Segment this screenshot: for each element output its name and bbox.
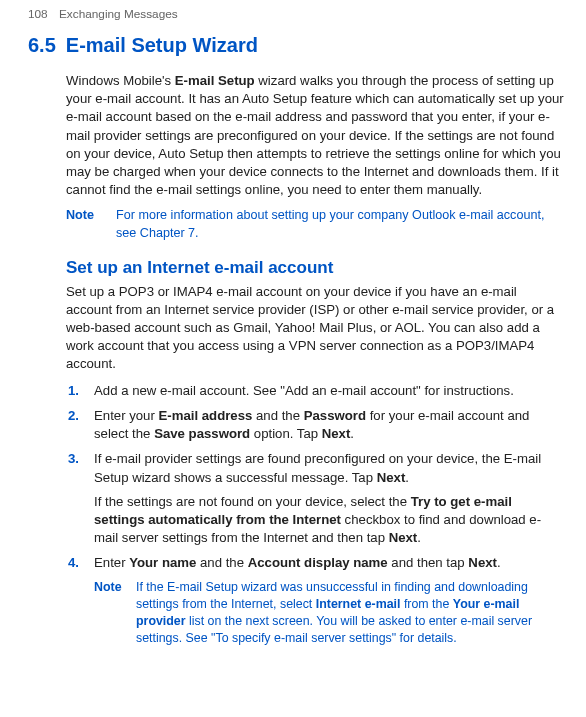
step-4-note-label: Note — [94, 579, 136, 647]
s3-p1b-next: Next — [377, 470, 406, 485]
intro-text-c: wizard walks you through the process of … — [66, 73, 564, 197]
s3-p1c: . — [405, 470, 409, 485]
s2-a: Enter your — [94, 408, 159, 423]
page-header: 108 Exchanging Messages — [28, 6, 566, 22]
s3-p2a: If the settings are not found on your de… — [94, 494, 411, 509]
step-3-p1: If e-mail provider settings are found pr… — [94, 450, 564, 486]
step-2: Enter your E-mail address and the Passwo… — [94, 407, 564, 443]
s3-p2d-next: Next — [389, 530, 418, 545]
step-3: If e-mail provider settings are found pr… — [94, 450, 564, 547]
intro-bold-email-setup: E-mail Setup — [175, 73, 255, 88]
steps-list: Add a new e-mail account. See "Add an e-… — [66, 382, 564, 647]
subheading-setup-internet: Set up an Internet e-mail account — [66, 256, 564, 279]
s2-c: and the — [252, 408, 303, 423]
note-text: For more information about setting up yo… — [116, 207, 564, 242]
s3-p2e: . — [417, 530, 421, 545]
n2-b-internet-email: Internet e-mail — [316, 597, 401, 611]
step-3-p2: If the settings are not found on your de… — [94, 493, 564, 548]
step-4: Enter Your name and the Account display … — [94, 554, 564, 647]
s2-f-save-password: Save password — [154, 426, 250, 441]
n2-e: list on the next screen. You will be ask… — [136, 614, 532, 645]
s2-h-next: Next — [322, 426, 351, 441]
s4-a: Enter — [94, 555, 129, 570]
s2-g: option. Tap — [250, 426, 322, 441]
section-body: Windows Mobile's E-mail Setup wizard wal… — [66, 72, 564, 647]
section-title: E-mail Setup Wizard — [66, 34, 258, 56]
intro-paragraph: Windows Mobile's E-mail Setup wizard wal… — [66, 72, 564, 200]
step-4-text: Enter Your name and the Account display … — [94, 554, 564, 572]
chapter-title: Exchanging Messages — [59, 7, 178, 21]
page-number: 108 — [28, 7, 48, 21]
section-number: 6.5 — [28, 34, 56, 56]
s4-b-your-name: Your name — [129, 555, 196, 570]
note-outlook: Note For more information about setting … — [66, 207, 564, 242]
s4-f-next: Next — [468, 555, 497, 570]
section-heading: 6.5E-mail Setup Wizard — [28, 32, 566, 60]
step-1: Add a new e-mail account. See "Add an e-… — [94, 382, 564, 400]
step-1-text: Add a new e-mail account. See "Add an e-… — [94, 382, 564, 400]
sub-intro-paragraph: Set up a POP3 or IMAP4 e-mail account on… — [66, 283, 564, 374]
s2-b-email-address: E-mail address — [159, 408, 253, 423]
s4-d-account-display-name: Account display name — [248, 555, 388, 570]
step-2-text: Enter your E-mail address and the Passwo… — [94, 407, 564, 443]
step-4-note-text: If the E-mail Setup wizard was unsuccess… — [136, 579, 564, 647]
s2-i: . — [350, 426, 354, 441]
step-4-note: Note If the E-mail Setup wizard was unsu… — [94, 579, 564, 647]
page-root: 108 Exchanging Messages 6.5E-mail Setup … — [0, 0, 586, 664]
s4-c: and the — [196, 555, 247, 570]
s3-p1a: If e-mail provider settings are found pr… — [94, 451, 541, 484]
s2-d-password: Password — [304, 408, 366, 423]
intro-text-a: Windows Mobile's — [66, 73, 175, 88]
s4-g: . — [497, 555, 501, 570]
s4-e: and then tap — [388, 555, 469, 570]
n2-c: from the — [400, 597, 452, 611]
note-label: Note — [66, 207, 116, 242]
